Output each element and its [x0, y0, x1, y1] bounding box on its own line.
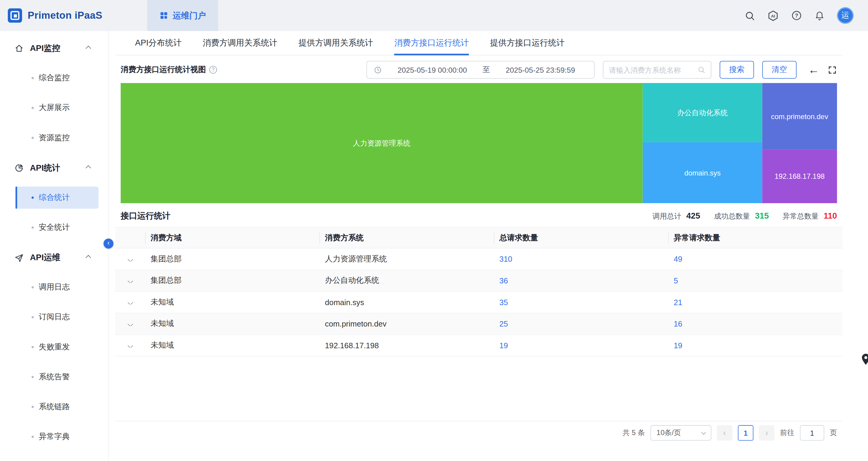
- treemap-block-ip[interactable]: 192.168.17.198: [762, 150, 837, 203]
- question-circle-icon[interactable]: ?: [209, 66, 217, 73]
- total-requests-link[interactable]: 19: [499, 341, 508, 350]
- cell-consumer-domain: 集团总部: [146, 276, 320, 285]
- sidebar-group-api-monitor[interactable]: API监控: [0, 33, 108, 63]
- svg-text:AI: AI: [771, 13, 775, 18]
- next-page-button[interactable]: ›: [759, 425, 774, 440]
- clear-button[interactable]: 清空: [762, 61, 797, 79]
- sidebar-item-composite-statistics[interactable]: 综合统计: [0, 183, 108, 213]
- total-requests-link[interactable]: 25: [499, 319, 508, 328]
- collapse-icon: ‹: [107, 239, 110, 247]
- consumer-system-search: [603, 61, 712, 79]
- success-total-label: 成功总数量: [714, 211, 750, 221]
- error-requests-link[interactable]: 16: [674, 319, 683, 328]
- error-requests-link[interactable]: 21: [674, 298, 683, 307]
- sidebar-group-api-operations[interactable]: API运维: [0, 242, 108, 272]
- date-start: 2025-05-19 00:00:00: [385, 66, 479, 74]
- tab-consumer-api-runtime[interactable]: 消费方接口运行统计: [394, 31, 469, 55]
- brand: Primeton iPaaS: [0, 0, 147, 31]
- error-requests-link[interactable]: 19: [674, 341, 683, 350]
- sidebar-item-call-logs[interactable]: 调用日志: [0, 272, 108, 302]
- tab-consumer-call-relations[interactable]: 消费方调用关系统计: [203, 31, 277, 55]
- tab-provider-call-relations[interactable]: 提供方调用关系统计: [299, 31, 373, 55]
- prev-page-button[interactable]: ‹: [717, 425, 732, 440]
- sidebar-item-label: 大屏展示: [39, 103, 70, 113]
- row-expand-icon[interactable]: [127, 300, 133, 304]
- tab-label: API分布统计: [135, 38, 182, 48]
- top-header: Primeton iPaaS 运维门户 AI ? 运: [0, 0, 868, 31]
- help-icon[interactable]: ?: [791, 10, 802, 21]
- sidebar-item-resource-monitor[interactable]: 资源监控: [0, 123, 108, 153]
- sidebar-item-error-dictionary[interactable]: 异常字典: [0, 422, 108, 452]
- search-icon: [698, 66, 705, 73]
- sidebar-item-system-trace[interactable]: 系统链路: [0, 392, 108, 422]
- page-size-select[interactable]: 10条/页: [650, 425, 711, 440]
- treemap-block-oa-system[interactable]: 办公自动化系统: [643, 83, 763, 142]
- sidebar-item-composite-monitor[interactable]: 综合监控: [0, 63, 108, 93]
- sidebar-item-system-alerts[interactable]: 系统告警: [0, 362, 108, 392]
- page-number-1[interactable]: 1: [738, 425, 753, 440]
- sidebar-item-failure-resend[interactable]: 失败重发: [0, 332, 108, 362]
- back-arrow-icon[interactable]: ←: [808, 64, 819, 75]
- total-requests-link[interactable]: 310: [499, 255, 512, 264]
- row-expand-icon[interactable]: [127, 257, 133, 261]
- total-calls-value: 425: [686, 211, 700, 220]
- page-size-value: 10条/页: [657, 428, 681, 438]
- goto-page-input[interactable]: [800, 425, 824, 440]
- error-requests-link[interactable]: 49: [674, 255, 683, 264]
- svg-text:?: ?: [795, 13, 798, 19]
- bell-icon[interactable]: [814, 10, 825, 21]
- tab-api-distribution[interactable]: API分布统计: [135, 31, 182, 55]
- sidebar-item-label: 失败重发: [39, 342, 70, 352]
- portal-tab-label: 运维门户: [173, 10, 206, 21]
- sidebar-item-label: 系统告警: [39, 372, 70, 382]
- bullet-icon: [32, 286, 34, 288]
- sidebar-item-big-screen[interactable]: 大屏展示: [0, 93, 108, 123]
- total-requests-link[interactable]: 35: [499, 298, 508, 307]
- treemap-block-com-primeton-dev[interactable]: com.primeton.dev: [762, 83, 837, 149]
- tab-label: 消费方接口运行统计: [394, 38, 469, 48]
- sidebar-item-security-statistics[interactable]: 安全统计: [0, 213, 108, 242]
- ai-assistant-icon[interactable]: AI: [767, 10, 779, 22]
- bullet-icon: [32, 376, 34, 378]
- next-page-icon: ›: [765, 428, 768, 437]
- error-requests-link[interactable]: 5: [674, 276, 678, 285]
- date-end: 2025-05-25 23:59:59: [493, 66, 587, 74]
- sidebar-group-label: API运维: [30, 252, 60, 263]
- bullet-icon: [32, 226, 34, 228]
- search-input[interactable]: [609, 66, 698, 74]
- portal-tab[interactable]: 运维门户: [147, 0, 218, 31]
- row-expand-icon[interactable]: [127, 343, 133, 347]
- clock-icon: [374, 66, 382, 74]
- sidebar-collapse-button[interactable]: ‹: [103, 239, 113, 248]
- sidebar-item-subscription-logs[interactable]: 订阅日志: [0, 302, 108, 332]
- treemap-block-hr-system[interactable]: 人力资源管理系统: [121, 83, 643, 203]
- fullscreen-icon[interactable]: [828, 65, 837, 74]
- floating-pin-widget[interactable]: [861, 353, 868, 368]
- pin-icon: [861, 353, 868, 365]
- total-requests-link[interactable]: 36: [499, 276, 508, 285]
- treemap-block-domain-sys[interactable]: domain.sys: [643, 142, 763, 203]
- tab-provider-api-runtime[interactable]: 提供方接口运行统计: [490, 31, 565, 55]
- search-icon[interactable]: [745, 10, 755, 21]
- runtime-statistics-table: 消费方域 消费方系统 总请求数量 异常请求数量 集团总部 人力资源管理系统 31…: [115, 227, 843, 421]
- tab-label: 提供方调用关系统计: [299, 38, 373, 48]
- table-body: 集团总部 人力资源管理系统 310 49 集团总部 办公自动化系统 36 5: [115, 248, 843, 357]
- sidebar-item-label: 调用日志: [39, 282, 70, 292]
- search-button[interactable]: 搜索: [720, 61, 754, 79]
- row-expand-icon[interactable]: [127, 322, 133, 326]
- user-avatar[interactable]: 运: [837, 7, 854, 24]
- success-total-value: 315: [755, 211, 769, 220]
- cell-consumer-domain: 集团总部: [146, 254, 320, 264]
- home-icon: [14, 43, 24, 53]
- date-separator: 至: [483, 65, 490, 75]
- date-range-picker[interactable]: 2025-05-19 00:00:00 至 2025-05-25 23:59:5…: [366, 61, 594, 79]
- row-expand-icon[interactable]: [127, 279, 133, 282]
- sidebar: API监控 综合监控 大屏展示 资源监控 API统计 综合统计 安全统计: [0, 31, 108, 461]
- table-row: 集团总部 办公自动化系统 36 5: [115, 270, 843, 292]
- table-empty-area: [115, 357, 843, 421]
- bullet-icon: [32, 196, 34, 199]
- sidebar-group-api-statistics[interactable]: API统计: [0, 153, 108, 183]
- sidebar-item-label: 异常字典: [39, 432, 70, 442]
- consumer-runtime-treemap: 人力资源管理系统 办公自动化系统 domain.sys com.primeton…: [121, 83, 837, 203]
- sidebar-item-label: 资源监控: [39, 133, 70, 143]
